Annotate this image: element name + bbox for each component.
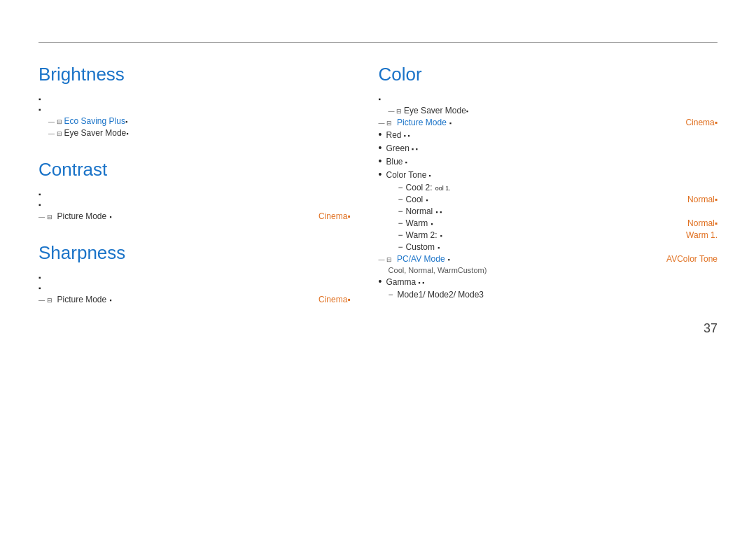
sharpness-cinema-value: Cinema▪	[318, 295, 351, 304]
eye-saver-mode-brightness-row: ― ⊟ Eye Saver Mode ▪	[38, 128, 351, 138]
gamma-modes-row: − Mode1/ Mode2/ Mode3	[379, 290, 718, 300]
color-bullet-1: ▪	[379, 95, 382, 103]
brightness-section: Brightness ▪ ▪ ― ⊟ Eco Saving Plus ▪ ― ⊟…	[38, 64, 351, 138]
top-divider	[38, 42, 718, 43]
normal-label: Normal	[406, 206, 433, 216]
red-bullet: •	[379, 129, 382, 139]
eco-icon: ▪	[125, 118, 127, 125]
color-check-icon-1: ― ⊟	[388, 108, 402, 115]
av-note-line: Cool, Normal, WarmCustom)	[379, 266, 718, 274]
contrast-picture-mode-label: Picture Mode	[57, 211, 107, 221]
gamma-dash: −	[388, 290, 393, 300]
contrast-section: Contrast ▪ ▪ ― ⊟ Picture Mode ▪ Cinema▪	[38, 159, 351, 221]
contrast-check-icon: ― ⊟	[38, 213, 52, 220]
contrast-item-1: ▪	[38, 190, 351, 198]
color-tone-icon: ▪	[428, 172, 430, 179]
color-section: Color ▪ ― ⊟ Eye Saver Mode ▪ ― ⊟ Picture…	[379, 64, 718, 300]
red-icon: ▪ ▪	[404, 132, 410, 139]
green-row: • Green ▪ ▪	[379, 143, 718, 153]
left-column: Brightness ▪ ▪ ― ⊟ Eco Saving Plus ▪ ― ⊟…	[38, 64, 365, 325]
color-pm-icon: ▪	[449, 120, 451, 127]
warm-label: Warm	[406, 218, 428, 228]
dash-4: −	[398, 218, 403, 228]
red-label: Red	[386, 130, 402, 140]
warm2-label: Warm 2:	[406, 230, 438, 240]
cool2-row: − Cool 2: ool 1.	[379, 183, 718, 192]
color-eye-saver-label: Eye Saver Mode	[404, 106, 466, 115]
av-mode-icon: ▪	[448, 256, 450, 263]
sharpness-bullet-2: ▪	[38, 284, 41, 292]
av-mode-left: ― ⊟ PC/AV Mode ▪	[379, 254, 450, 264]
warm2-left: − Warm 2: ▪	[398, 230, 442, 240]
dash-1: −	[398, 183, 403, 192]
dash-6: −	[398, 242, 403, 252]
checkbox-icon-2: ― ⊟	[48, 130, 62, 137]
eco-saving-plus-label: Eco Saving Plus	[64, 116, 125, 126]
eye-saver-brightness-label: Eye Saver Mode	[64, 128, 127, 138]
page-number: 37	[704, 321, 718, 336]
dash-5: −	[398, 230, 403, 240]
cool2-left: − Cool 2: ool 1.	[398, 183, 451, 192]
av-mode-row: ― ⊟ PC/AV Mode ▪ AVColor Tone	[379, 254, 718, 264]
sharpness-picture-mode-label: Picture Mode	[57, 295, 107, 304]
brightness-item-1: ▪	[38, 95, 351, 103]
green-bullet: •	[379, 143, 382, 153]
red-row: • Red ▪ ▪	[379, 129, 718, 140]
dash-2: −	[398, 195, 403, 204]
brightness-title: Brightness	[38, 64, 351, 85]
warm-left: − Warm ▪	[398, 218, 433, 228]
warm-row: − Warm ▪ Normal▪	[379, 218, 718, 228]
bullet-icon-2: ▪	[38, 106, 41, 113]
cool2-label: Cool 2:	[406, 183, 433, 192]
warm2-value: Warm 1.	[686, 230, 718, 240]
contrast-mid-icon: ▪	[109, 213, 111, 220]
normal-icon: ▪ ▪	[435, 209, 442, 216]
cool-row: − Cool ▪ Normal▪	[379, 195, 718, 204]
cool-value: Normal▪	[687, 195, 718, 204]
gamma-row: • Gamma ▪ ▪	[379, 276, 718, 287]
sharpness-check-icon: ― ⊟	[38, 297, 52, 304]
color-tone-label: Color Tone	[386, 170, 427, 180]
warm2-row: − Warm 2: ▪ Warm 1.	[379, 230, 718, 240]
av-note-text: Cool, Normal, WarmCustom)	[388, 266, 487, 274]
right-column: Color ▪ ― ⊟ Eye Saver Mode ▪ ― ⊟ Picture…	[365, 64, 718, 325]
checkbox-icon-1: ― ⊟	[48, 118, 62, 125]
blue-icon: ▪	[405, 159, 407, 166]
green-icon: ▪ ▪	[412, 146, 418, 153]
color-tone-row: • Color Tone ▪	[379, 169, 718, 180]
gamma-modes-label: Mode1/ Mode2/ Mode3	[398, 290, 484, 300]
sharpness-title: Sharpness	[38, 242, 351, 264]
brightness-item-2: ▪	[38, 106, 351, 113]
cool-left: − Cool ▪	[398, 195, 428, 204]
contrast-cinema-value: Cinema▪	[318, 211, 351, 221]
bullet-icon-1: ▪	[38, 95, 41, 103]
sharpness-picture-mode-left: ― ⊟ Picture Mode ▪	[38, 295, 111, 304]
custom-label: Custom	[406, 242, 435, 252]
gamma-icon: ▪ ▪	[418, 279, 424, 286]
av-check-icon: ― ⊟	[379, 256, 393, 263]
blue-label: Blue	[386, 157, 403, 167]
eco-saving-plus-row: ― ⊟ Eco Saving Plus ▪	[38, 116, 351, 126]
custom-left: − Custom ▪	[398, 242, 440, 252]
cool2-icon: ool 1.	[435, 185, 451, 192]
custom-icon: ▪	[438, 244, 440, 251]
blue-row: • Blue ▪	[379, 156, 718, 167]
av-mode-label: PC/AV Mode	[397, 254, 444, 264]
contrast-bullet-2: ▪	[38, 201, 41, 209]
cool-icon: ▪	[426, 197, 428, 204]
color-check-icon-2: ― ⊟	[379, 120, 393, 127]
sharpness-item-2: ▪	[38, 284, 351, 292]
color-picture-mode-row: ― ⊟ Picture Mode ▪ Cinema▪	[379, 118, 718, 127]
dash-3: −	[398, 206, 403, 216]
gamma-bullet: •	[379, 276, 382, 286]
color-eye-icon: ▪	[466, 108, 468, 115]
contrast-bullet-1: ▪	[38, 190, 41, 198]
cool-label: Cool	[406, 195, 424, 204]
green-label: Green	[386, 143, 410, 153]
warm2-icon: ▪	[440, 232, 442, 239]
color-item-1: ▪	[379, 95, 718, 103]
page-container: Brightness ▪ ▪ ― ⊟ Eco Saving Plus ▪ ― ⊟…	[0, 0, 756, 353]
contrast-picture-mode-left: ― ⊟ Picture Mode ▪	[38, 211, 111, 221]
eye-saver-icon: ▪	[126, 130, 128, 137]
color-eye-saver-row: ― ⊟ Eye Saver Mode ▪	[379, 106, 718, 115]
